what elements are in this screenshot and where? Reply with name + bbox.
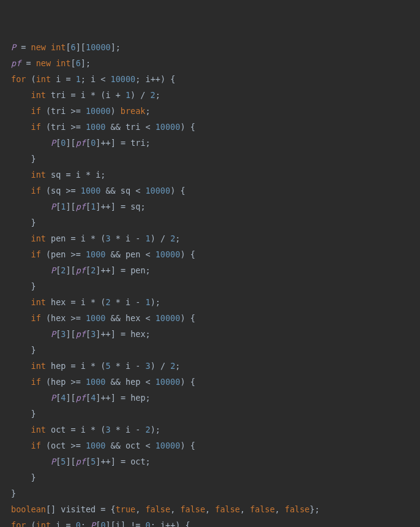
code-token: ]++] = pen; xyxy=(96,265,150,275)
code-token: int xyxy=(31,297,46,307)
code-token: pf xyxy=(76,138,86,148)
code-token: = xyxy=(21,58,36,68)
code-token: sq = i * i; xyxy=(46,170,106,180)
code-token: ); xyxy=(151,425,160,434)
code-token: 1000 xyxy=(86,249,106,259)
code-token: * i - xyxy=(111,233,146,243)
code-token xyxy=(11,441,31,450)
code-token: new xyxy=(36,58,51,68)
code-token: P xyxy=(11,42,16,52)
code-token: if xyxy=(31,441,41,450)
code-token: for xyxy=(11,74,26,84)
code-token: * i - xyxy=(111,425,146,434)
code-token: P xyxy=(51,457,56,466)
code-line: if (pen >= 1000 && pen < 10000) { xyxy=(11,246,409,262)
code-token xyxy=(51,58,56,68)
code-token: 1 xyxy=(146,297,151,307)
code-token: && oct < xyxy=(105,441,155,450)
code-token xyxy=(11,202,51,211)
code-token: } xyxy=(11,345,36,355)
code-token: [ xyxy=(86,329,91,339)
code-line: P[5][pf[5]++] = oct; xyxy=(11,453,409,469)
code-token: 1000 xyxy=(86,377,106,387)
code-token xyxy=(46,42,51,52)
code-token: && pen < xyxy=(105,249,155,259)
code-token: 10000 xyxy=(156,313,181,323)
code-token: 1000 xyxy=(86,122,106,132)
code-token: 6 xyxy=(71,42,76,52)
code-token: ][i] != xyxy=(106,520,146,527)
code-token: if xyxy=(31,106,41,116)
code-token: ) / xyxy=(130,90,151,100)
code-token: (oct >= xyxy=(41,441,86,450)
code-token: (tri >= xyxy=(41,106,86,116)
code-line: int hep = i * (5 * i - 3) / 2; xyxy=(11,358,409,374)
code-token: false xyxy=(145,504,170,514)
code-token: P xyxy=(51,393,56,403)
code-token: break xyxy=(121,106,146,116)
code-token: hep = i * ( xyxy=(46,361,106,371)
code-token: int xyxy=(31,425,46,434)
code-line: } xyxy=(11,151,409,167)
code-token: 0 xyxy=(76,520,81,527)
code-token: (pen >= xyxy=(41,249,86,259)
code-token: ) { xyxy=(180,377,195,387)
code-token: 1000 xyxy=(86,441,106,450)
code-token: 10000 xyxy=(156,441,181,450)
code-token: ; i < xyxy=(81,74,111,84)
code-token: ]; xyxy=(111,42,121,52)
code-token: (tri >= xyxy=(41,122,86,132)
code-token xyxy=(11,233,31,243)
code-token xyxy=(11,329,51,339)
code-token: int xyxy=(31,90,46,100)
code-token: 1000 xyxy=(86,313,106,323)
code-token xyxy=(11,122,31,132)
code-token: ][ xyxy=(66,329,75,339)
code-token: ; i++) { xyxy=(135,74,175,84)
code-token: P xyxy=(51,329,56,339)
code-token: ( xyxy=(26,520,36,527)
code-token: 2 xyxy=(146,425,151,434)
code-token xyxy=(11,393,51,403)
code-token: [ xyxy=(86,265,91,275)
code-token: 3 xyxy=(105,425,110,434)
code-token: ) / xyxy=(151,361,171,371)
code-line: pf = new int[6]; xyxy=(11,55,409,71)
code-token: [ xyxy=(86,138,91,148)
code-token: (sq >= xyxy=(41,186,81,195)
code-token: ( xyxy=(26,74,36,84)
code-token xyxy=(11,425,31,434)
code-token: 10000 xyxy=(86,42,111,52)
code-token: * i - xyxy=(111,297,146,307)
code-token xyxy=(11,377,31,387)
code-line: for (int i = 1; i < 10000; i++) { xyxy=(11,71,409,87)
code-line: if (sq >= 1000 && sq < 10000) { xyxy=(11,183,409,199)
code-line: P[0][pf[0]++] = tri; xyxy=(11,135,409,151)
code-token: int xyxy=(56,58,70,68)
code-token: && hep < xyxy=(105,377,155,387)
code-token xyxy=(11,186,31,195)
code-token: , xyxy=(135,504,145,514)
code-token: 10000 xyxy=(111,74,136,84)
code-token xyxy=(11,249,31,259)
code-token xyxy=(11,361,31,371)
code-token: && hex < xyxy=(105,313,155,323)
code-token: 1 xyxy=(146,233,151,243)
code-token: ); xyxy=(151,297,160,307)
code-token: true xyxy=(116,504,136,514)
code-line: int pen = i * (3 * i - 1) / 2; xyxy=(11,230,409,246)
code-token: pen = i * ( xyxy=(46,233,106,243)
code-line: if (oct >= 1000 && oct < 10000) { xyxy=(11,438,409,453)
code-token: for xyxy=(11,520,26,527)
code-token: ; xyxy=(81,520,91,527)
code-token: 1000 xyxy=(81,186,101,195)
code-line: P = new int[6][10000]; xyxy=(11,39,409,55)
code-line: if (hex >= 1000 && hex < 10000) { xyxy=(11,310,409,326)
code-token: ; xyxy=(175,233,180,243)
code-token: } xyxy=(11,154,36,164)
code-token: pf xyxy=(76,457,86,466)
code-line: } xyxy=(11,406,409,422)
code-token: , xyxy=(205,504,215,514)
code-token: P xyxy=(51,202,56,211)
code-token: , xyxy=(240,504,250,514)
